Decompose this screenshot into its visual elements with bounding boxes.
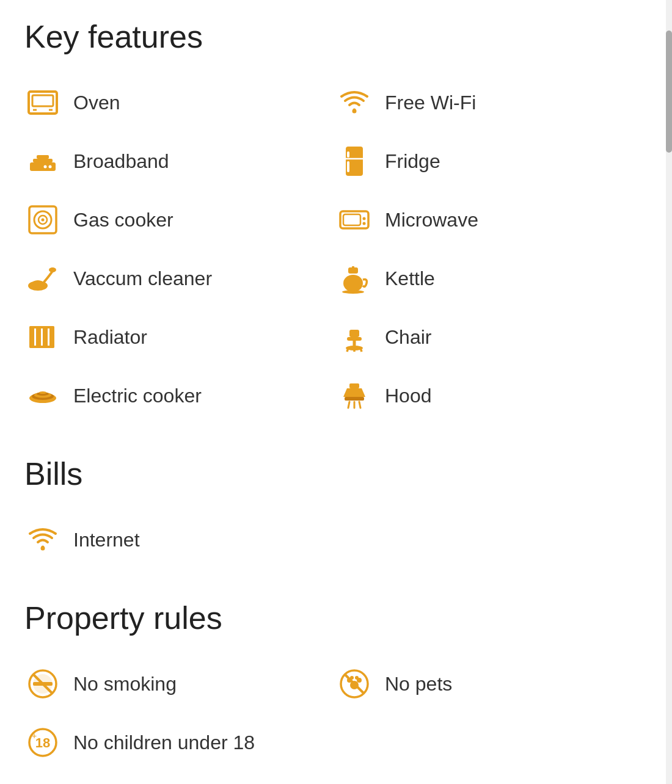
feature-microwave: Microwave <box>336 191 648 249</box>
oven-icon <box>24 84 61 121</box>
key-features-title: Key features <box>24 18 648 55</box>
rules-right-column: No pets <box>336 655 648 772</box>
svg-line-45 <box>360 348 362 352</box>
wifi-label: Free Wi-Fi <box>385 92 476 114</box>
no-children-label: No children under 18 <box>73 731 255 754</box>
chair-icon <box>336 319 373 355</box>
electric-cooker-icon <box>24 377 61 414</box>
feature-kettle: Kettle <box>336 249 648 308</box>
svg-rect-41 <box>347 337 362 341</box>
svg-text:18: 18 <box>35 735 50 750</box>
svg-rect-5 <box>33 159 53 162</box>
feature-vacuum: Vaccum cleaner <box>24 249 336 308</box>
svg-rect-19 <box>49 326 54 348</box>
svg-point-26 <box>39 391 46 394</box>
fridge-label: Fridge <box>385 150 440 173</box>
internet-icon <box>24 521 61 558</box>
key-features-section: Key features Oven <box>24 18 648 425</box>
features-right-column: Free Wi-Fi Fridge <box>336 73 648 425</box>
no-pets-label: No pets <box>385 673 452 695</box>
feature-wifi: Free Wi-Fi <box>336 73 648 132</box>
rule-no-smoking: No smoking <box>24 655 336 713</box>
svg-point-15 <box>49 267 56 272</box>
radiator-label: Radiator <box>73 326 147 349</box>
hood-icon <box>336 377 373 414</box>
kettle-icon <box>336 260 373 297</box>
microwave-label: Microwave <box>385 209 478 231</box>
svg-line-50 <box>348 402 349 408</box>
svg-point-34 <box>363 217 366 220</box>
feature-broadband: Broadband <box>24 132 336 191</box>
svg-line-67 <box>345 674 364 694</box>
svg-rect-17 <box>36 326 41 348</box>
broadband-label: Broadband <box>73 150 169 173</box>
svg-rect-20 <box>29 326 54 328</box>
svg-rect-21 <box>29 346 54 348</box>
svg-rect-48 <box>349 383 359 388</box>
gas-cooker-label: Gas cooker <box>73 209 173 231</box>
internet-label: Internet <box>73 529 140 551</box>
feature-oven: Oven <box>24 73 336 132</box>
scrollbar-track[interactable] <box>666 0 672 784</box>
svg-rect-38 <box>352 266 354 269</box>
svg-point-12 <box>42 219 45 222</box>
feature-hood: Hood <box>336 366 648 425</box>
svg-rect-40 <box>349 330 359 337</box>
scrollbar-thumb[interactable] <box>666 31 672 153</box>
svg-point-35 <box>363 222 366 225</box>
feature-radiator: Radiator <box>24 308 336 366</box>
gas-cooker-icon <box>24 201 61 238</box>
svg-rect-31 <box>347 161 349 172</box>
property-rules-section: Property rules No smoking <box>24 600 648 772</box>
broadband-icon <box>24 143 61 180</box>
svg-rect-16 <box>29 326 34 348</box>
kettle-label: Kettle <box>385 267 435 290</box>
svg-rect-1 <box>32 95 53 106</box>
chair-label: Chair <box>385 326 431 349</box>
svg-rect-33 <box>343 214 360 225</box>
svg-point-8 <box>44 165 47 169</box>
bills-title: Bills <box>24 456 648 492</box>
no-smoking-label: No smoking <box>73 673 177 695</box>
svg-marker-47 <box>343 388 365 397</box>
svg-line-44 <box>347 348 348 352</box>
hood-label: Hood <box>385 385 432 407</box>
no-pets-icon <box>336 666 373 702</box>
features-left-column: Oven Broadband <box>24 73 336 425</box>
features-grid: Oven Broadband <box>24 73 648 425</box>
feature-gas-cooker: Gas cooker <box>24 191 336 249</box>
microwave-icon <box>336 201 373 238</box>
svg-rect-18 <box>43 326 48 348</box>
svg-line-52 <box>359 402 360 408</box>
svg-point-27 <box>352 109 357 114</box>
rules-grid: No smoking 18 + No children under 18 <box>24 655 648 772</box>
svg-point-66 <box>355 676 359 680</box>
svg-point-36 <box>343 275 363 292</box>
rules-left-column: No smoking 18 + No children under 18 <box>24 655 336 772</box>
feature-fridge: Fridge <box>336 132 648 191</box>
rule-no-children: 18 + No children under 18 <box>24 713 336 772</box>
oven-label: Oven <box>73 92 120 114</box>
vacuum-label: Vaccum cleaner <box>73 267 212 290</box>
rule-no-pets: No pets <box>336 655 648 713</box>
no-smoking-icon <box>24 666 61 702</box>
feature-electric-cooker: Electric cooker <box>24 366 336 425</box>
fridge-icon <box>336 143 373 180</box>
svg-rect-30 <box>347 151 349 158</box>
electric-cooker-label: Electric cooker <box>73 385 202 407</box>
bills-section: Bills Internet <box>24 456 648 569</box>
svg-point-53 <box>41 546 45 551</box>
wifi-icon <box>336 84 373 121</box>
feature-internet: Internet <box>24 510 648 569</box>
svg-point-14 <box>32 280 44 288</box>
property-rules-title: Property rules <box>24 600 648 636</box>
vacuum-icon <box>24 260 61 297</box>
svg-point-7 <box>49 165 52 169</box>
svg-rect-6 <box>37 155 49 159</box>
feature-chair: Chair <box>336 308 648 366</box>
radiator-icon <box>24 319 61 355</box>
svg-rect-49 <box>345 397 364 401</box>
svg-text:+: + <box>32 731 37 741</box>
no-children-icon: 18 + <box>24 724 61 761</box>
svg-point-39 <box>342 290 364 294</box>
